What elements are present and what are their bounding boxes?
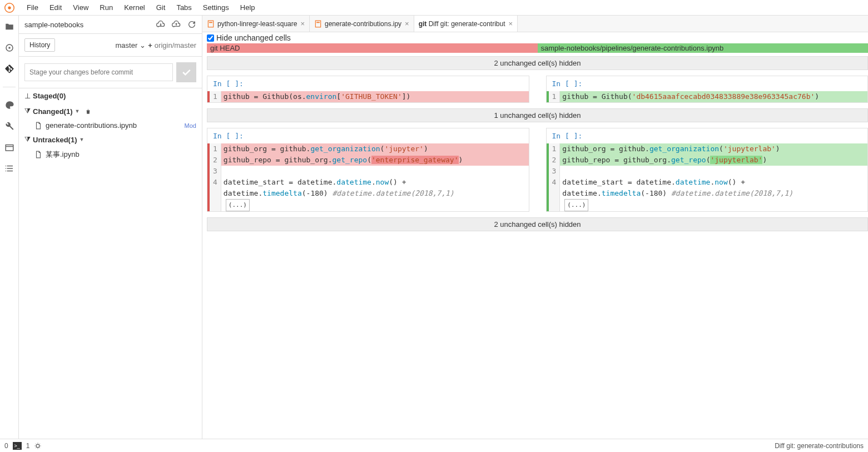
filter-icon: ⧩ [24, 107, 31, 116]
diff-banners: git HEAD sample-notebooks/pipelines/gene… [207, 43, 868, 53]
commit-button[interactable] [176, 62, 196, 82]
status-count-0: 0 [4, 442, 8, 450]
changed-section[interactable]: ⧩ Changed(1) ▼ [19, 103, 202, 119]
status-count-1: 1 [26, 442, 30, 450]
line-number: 1 [213, 143, 217, 155]
folder-icon[interactable] [4, 21, 15, 32]
staged-label: Staged(0) [33, 92, 66, 100]
trash-icon[interactable] [85, 108, 91, 115]
plus-icon: + [148, 41, 152, 49]
left-activity-bar [0, 16, 19, 439]
svg-point-12 [36, 444, 39, 448]
line-number [552, 199, 557, 210]
menu-settings[interactable]: Settings [197, 1, 235, 14]
untracked-file-row[interactable]: 某事.ipynb [19, 147, 202, 162]
filter-icon: ⧩ [24, 135, 31, 144]
local-branch: master [116, 41, 138, 49]
code-block: github = Github(os.environ['GITHUB_TOKEN… [221, 91, 529, 102]
svg-rect-11 [316, 22, 320, 23]
diff-cell-pair: In [ ]: 1 github = Github(os.environ['GI… [207, 76, 868, 103]
svg-point-5 [5, 166, 6, 167]
git-sidebar: sample-notebooks History master ⌄ + orig… [19, 16, 202, 439]
line-number: 4 [213, 177, 217, 188]
hide-unchanged-checkbox[interactable] [207, 34, 214, 42]
terminal-icon[interactable]: >_ [13, 442, 22, 450]
status-right: Diff git: generate-contributions [775, 442, 864, 450]
tab-2-active[interactable]: git Diff git: generate-contribut × [414, 16, 518, 32]
menu-file[interactable]: File [21, 1, 44, 14]
cell-prompt: In [ ]: [547, 76, 868, 91]
remote-branch: origin/master [155, 41, 196, 49]
kernel-icon[interactable] [34, 442, 42, 450]
tab-bar: python-linregr-least-square × generate-c… [202, 16, 868, 32]
untracked-filename: 某事.ipynb [46, 150, 196, 160]
palette-icon[interactable] [4, 100, 15, 111]
chevron-down-icon: ▼ [75, 108, 80, 114]
line-number: 2 [552, 155, 557, 166]
history-tab[interactable]: History [24, 38, 55, 52]
diff-cell-pair: In [ ]: 1 2 3 4 github_org = github.get_… [207, 128, 868, 212]
hidden-cells-bar[interactable]: 1 unchanged cell(s) hidden [207, 108, 868, 122]
diff-banner-right: sample-notebooks/pipelines/generate-cont… [538, 43, 869, 53]
menu-run[interactable]: Run [94, 1, 118, 14]
notebook-icon [314, 20, 322, 28]
line-number: 1 [552, 143, 557, 155]
svg-point-7 [5, 171, 6, 172]
commit-row [19, 57, 202, 88]
untracked-section[interactable]: ⧩ Untracked(1) ▼ [19, 132, 202, 147]
file-icon [34, 122, 42, 130]
code-block: github_org = github.get_organization('ju… [221, 143, 529, 211]
diff-cell-left: In [ ]: 1 github = Github(os.environ['GI… [207, 76, 529, 103]
file-icon [34, 151, 42, 158]
line-number: 1 [213, 91, 217, 102]
cell-prompt: In [ ]: [207, 76, 529, 91]
tab-0[interactable]: python-linregr-least-square × [202, 16, 310, 32]
menu-view[interactable]: View [67, 1, 94, 14]
refresh-icon[interactable] [187, 20, 196, 29]
mod-badge: Mod [185, 122, 196, 129]
line-number: 3 [552, 166, 557, 177]
cell-prompt: In [ ]: [207, 128, 529, 143]
jupyter-logo-icon [4, 3, 14, 13]
menu-tabs[interactable]: Tabs [171, 1, 197, 14]
divider [3, 87, 16, 87]
menu-edit[interactable]: Edit [44, 1, 67, 14]
svg-point-1 [8, 6, 11, 9]
tabs-icon[interactable] [4, 142, 15, 153]
chevron-down-icon: ⌄ [140, 41, 146, 49]
branch-selector[interactable]: master ⌄ + origin/master [116, 41, 196, 49]
diff-cell-left: In [ ]: 1 2 3 4 github_org = github.get_… [207, 128, 529, 212]
hidden-cells-bar[interactable]: 2 unchanged cell(s) hidden [207, 56, 868, 70]
expand-dots[interactable]: (...) [564, 199, 588, 211]
chevron-down-icon: ▼ [79, 137, 84, 142]
commit-message-input[interactable] [24, 63, 173, 81]
diff-banner-left: git HEAD [207, 43, 538, 53]
git-icon[interactable] [4, 63, 15, 74]
line-number: 3 [213, 166, 217, 177]
hidden-cells-bar[interactable]: 2 unchanged cell(s) hidden [207, 217, 868, 231]
line-number [552, 188, 557, 199]
close-icon[interactable]: × [300, 19, 305, 28]
tab-1[interactable]: generate-contributions.ipy × [310, 16, 414, 32]
staged-section[interactable]: ⊥ Staged(0) [19, 88, 202, 103]
code-block: github_org = github.get_organization('ju… [560, 143, 867, 211]
hide-unchanged-row: Hide unchanged cells [207, 32, 868, 43]
pin-icon: ⊥ [24, 92, 31, 100]
cloud-down-icon[interactable] [156, 20, 165, 29]
code-block: github = Github('db4615aaafcecabd0348338… [560, 91, 867, 102]
tab-label: git Diff git: generate-contribut [419, 20, 505, 28]
cloud-up-icon[interactable] [172, 20, 181, 29]
running-icon[interactable] [4, 42, 15, 53]
wrench-icon[interactable] [4, 121, 15, 132]
check-icon [181, 67, 192, 78]
menu-kernel[interactable]: Kernel [118, 1, 151, 14]
menu-git[interactable]: Git [151, 1, 171, 14]
menubar: File Edit View Run Kernel Git Tabs Setti… [0, 0, 868, 16]
close-icon[interactable]: × [405, 19, 409, 28]
list-icon[interactable] [4, 163, 15, 174]
changed-file-row[interactable]: generate-contributions.ipynb Mod [19, 119, 202, 132]
menu-help[interactable]: Help [235, 1, 261, 14]
line-number: 2 [213, 155, 217, 166]
close-icon[interactable]: × [509, 19, 513, 28]
expand-dots[interactable]: (...) [226, 199, 250, 211]
